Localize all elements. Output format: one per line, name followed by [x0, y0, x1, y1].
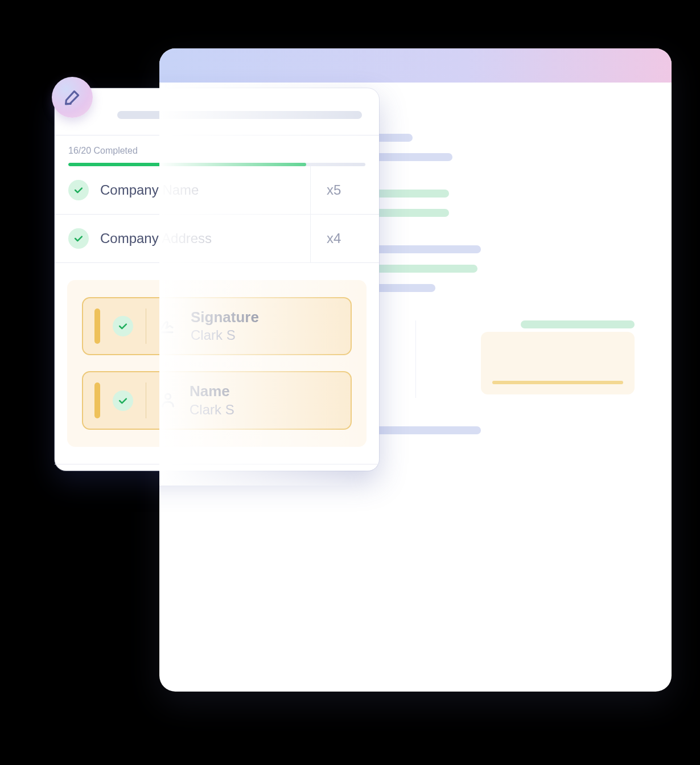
card-accent-stripe: [94, 309, 100, 344]
person-icon: [159, 390, 177, 411]
progress-label: 16/20 Completed: [68, 146, 365, 156]
check-icon: [68, 180, 89, 200]
card-subtitle: Clark S: [190, 401, 234, 418]
completion-panel: 16/20 Completed Company Name x5 Company …: [55, 88, 379, 471]
field-count: x4: [311, 231, 379, 246]
check-icon: [113, 316, 133, 336]
field-row-company-address[interactable]: Company Address x4: [55, 215, 379, 263]
svg-point-0: [165, 394, 170, 399]
signature-box-placeholder: [481, 332, 635, 394]
panel-title-placeholder: [117, 111, 362, 119]
field-row-company-name[interactable]: Company Name x5: [55, 166, 379, 215]
signer-cards-block: Signature Clark S Name Clark S: [67, 280, 367, 447]
card-subtitle: Clark S: [191, 326, 259, 344]
signature-icon: [159, 315, 178, 337]
field-count: x5: [311, 182, 379, 198]
signature-card[interactable]: Signature Clark S: [82, 297, 352, 355]
card-accent-stripe: [94, 382, 100, 418]
card-title: Name: [190, 382, 234, 400]
document-header-gradient: [159, 48, 672, 83]
card-title: Signature: [191, 309, 259, 326]
name-card[interactable]: Name Clark S: [82, 371, 352, 429]
check-icon: [113, 390, 133, 411]
field-label: Company Name: [100, 182, 199, 198]
check-icon: [68, 228, 89, 249]
field-label: Company Address: [100, 231, 212, 246]
